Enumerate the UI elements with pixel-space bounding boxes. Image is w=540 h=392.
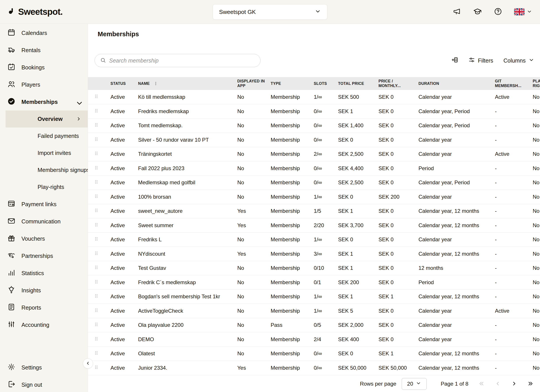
table-row[interactable]: ActiveOlatestNoMembership0/∞SEK 0SEK 1Ca… bbox=[88, 347, 540, 361]
drag-handle-icon[interactable] bbox=[94, 336, 99, 342]
sidebar-subitem-overview[interactable]: Overview bbox=[5, 111, 88, 127]
table-row[interactable]: ActiveSweet summerYesMembership2/20SEK 3… bbox=[88, 218, 540, 233]
drag-handle-icon[interactable] bbox=[94, 236, 99, 242]
sidebar-item-bookings[interactable]: Bookings bbox=[0, 59, 88, 76]
sidebar-item-communication[interactable]: Communication bbox=[0, 213, 88, 230]
table-row[interactable]: ActiveTest GustavNoMembership0/10SEK 1SE… bbox=[88, 261, 540, 275]
chevron-left-icon bbox=[85, 361, 90, 367]
announcements-button[interactable] bbox=[453, 7, 461, 16]
drag-handle-icon[interactable] bbox=[94, 122, 99, 128]
sidebar-item-settings[interactable]: Settings bbox=[0, 359, 88, 376]
drag-handle-icon[interactable] bbox=[94, 151, 99, 156]
sidebar-item-memberships[interactable]: Memberships bbox=[0, 93, 88, 111]
drag-handle-icon[interactable] bbox=[94, 108, 99, 114]
sidebar-item-sign-out[interactable]: Sign out bbox=[0, 376, 88, 392]
language-button[interactable] bbox=[514, 8, 532, 15]
sidebar-item-accounting[interactable]: Accounting bbox=[0, 316, 88, 333]
table-row[interactable]: Active100% brorsanNoMembership1/∞SEK 0SE… bbox=[88, 190, 540, 204]
cell: Active bbox=[106, 247, 135, 261]
first-page-button[interactable] bbox=[478, 380, 485, 387]
last-page-button[interactable] bbox=[527, 380, 534, 387]
sidebar-item-calendars[interactable]: Calendars bbox=[0, 24, 88, 41]
drag-handle-icon[interactable] bbox=[94, 93, 99, 99]
table-row[interactable]: ActiveTomt medlemskap.NoMembership0/∞SEK… bbox=[88, 118, 540, 133]
sidebar-item-label: Insights bbox=[21, 287, 41, 294]
sidebar-item-rentals[interactable]: Rentals bbox=[0, 41, 88, 59]
sidebar-item-statistics[interactable]: Statistics bbox=[0, 265, 88, 282]
table-row[interactable]: ActiveTräningskortetNoMembership2/∞SEK 2… bbox=[88, 147, 540, 161]
drag-handle-icon[interactable] bbox=[94, 265, 99, 270]
cell: sweet_new_autore bbox=[135, 204, 234, 218]
sidebar-subitem-failed-payments[interactable]: Failed payments bbox=[5, 127, 88, 145]
table-row[interactable]: ActiveDEMONoMembership2/4SEK 400SEK 0Cal… bbox=[88, 332, 540, 347]
drag-handle-icon[interactable] bbox=[94, 350, 99, 356]
sidebar-subitem-label: Failed payments bbox=[38, 133, 79, 139]
table-row[interactable]: ActiveNYdiscountYesMembership3/∞SEK 1SEK… bbox=[88, 247, 540, 261]
cell: SEK 0 bbox=[374, 261, 415, 275]
search-input[interactable] bbox=[109, 57, 255, 64]
filters-button[interactable]: Filters bbox=[468, 57, 493, 65]
next-page-button[interactable] bbox=[511, 380, 517, 387]
cell: No bbox=[234, 232, 267, 247]
sidebar-item-label: Settings bbox=[21, 364, 42, 371]
drag-handle-icon[interactable] bbox=[94, 307, 99, 313]
cell: Calendar year bbox=[415, 133, 491, 147]
sidebar-item-players[interactable]: Players bbox=[0, 76, 88, 93]
cell: No bbox=[529, 347, 540, 361]
sidebar-collapse-button[interactable] bbox=[83, 358, 93, 369]
columns-button[interactable]: Columns bbox=[503, 57, 534, 64]
sidebar-item-reports[interactable]: Reports bbox=[0, 299, 88, 316]
table-row[interactable]: ActiveSilver - 50 rundor varav 10 PTNoMe… bbox=[88, 133, 540, 147]
table-row[interactable]: ActiveFall 2022 plus 2023NoMembership0/∞… bbox=[88, 161, 540, 176]
table-row[interactable]: ActiveFredriks LNoMembership1/∞SEK 0SEK … bbox=[88, 232, 540, 247]
drag-handle-icon[interactable] bbox=[94, 250, 99, 256]
cell: SEK 0 bbox=[374, 104, 415, 119]
academy-button[interactable] bbox=[473, 7, 482, 17]
add-to-table-button[interactable] bbox=[451, 56, 458, 65]
drag-handle-icon[interactable] bbox=[94, 364, 99, 370]
sidebar-item-vouchers[interactable]: Vouchers bbox=[0, 230, 88, 247]
table-row[interactable]: ActiveJunior 2334.YesMembership0/∞SEK 50… bbox=[88, 361, 540, 375]
sidebar-item-insights[interactable]: Insights bbox=[0, 282, 88, 299]
club-selector[interactable]: Sweetspot GK bbox=[213, 4, 327, 20]
drag-handle-icon[interactable] bbox=[94, 279, 99, 285]
cell: Calendar year, 12 months bbox=[415, 289, 491, 304]
gift-icon bbox=[7, 234, 15, 243]
col-header-price-monthly: PRICE / MONTHLY... bbox=[374, 77, 415, 90]
column-menu-icon[interactable] bbox=[153, 81, 158, 86]
prev-page-button[interactable] bbox=[495, 380, 501, 387]
cell: SEK 200 bbox=[334, 275, 374, 290]
table-row[interactable]: ActiveMedlemskap med golfbilNoMembership… bbox=[88, 176, 540, 190]
sidebar-subitem-import-invites[interactable]: Import invites bbox=[5, 145, 88, 161]
drag-handle-icon[interactable] bbox=[94, 207, 99, 213]
drag-handle-icon[interactable] bbox=[94, 322, 99, 327]
sidebar-subitem-membership-signups[interactable]: Membership signups bbox=[5, 161, 88, 179]
drag-handle-icon[interactable] bbox=[94, 222, 99, 228]
table-row[interactable]: ActiveKö till medlemsskapNoMembership1/∞… bbox=[88, 90, 540, 104]
drag-handle-icon[interactable] bbox=[94, 179, 99, 185]
cell: SEK 0 bbox=[374, 133, 415, 147]
table-row[interactable]: ActiveFredrik C´s medlemskapNoMembership… bbox=[88, 275, 540, 290]
cell: Calendar year bbox=[415, 90, 491, 104]
cell: SEK 1 bbox=[374, 347, 415, 361]
page-title: Memberships bbox=[98, 30, 540, 38]
sidebar-item-partnerships[interactable]: Partnerships bbox=[0, 247, 88, 265]
sidebar-item-payment-links[interactable]: Payment links bbox=[0, 196, 88, 213]
sidebar-subitem-play-rights[interactable]: Play-rights bbox=[5, 179, 88, 196]
drag-handle-icon[interactable] bbox=[94, 136, 99, 142]
drag-handle-icon[interactable] bbox=[94, 165, 99, 171]
table-row[interactable]: ActiveBogdan's sell membership Test 1krN… bbox=[88, 289, 540, 304]
cell: Membership bbox=[267, 161, 310, 176]
table-row[interactable]: ActiveOla playvalue 2200NoPass0/5SEK 2,0… bbox=[88, 318, 540, 332]
table-row[interactable]: Activesweet_new_autoreYesMembership1/5SE… bbox=[88, 204, 540, 218]
drag-handle-icon[interactable] bbox=[94, 193, 99, 199]
cell: 0/∞ bbox=[310, 104, 334, 119]
table-row[interactable]: ActiveActiveToggleCheckNoMembership1/∞SE… bbox=[88, 304, 540, 318]
cell: Active bbox=[106, 332, 135, 347]
table-row[interactable]: ActiveFredriks medlemskapNoMembership0/∞… bbox=[88, 104, 540, 119]
cell: Calendar year, 12 months bbox=[415, 361, 491, 375]
drag-handle-icon[interactable] bbox=[94, 293, 99, 299]
rows-per-page-select[interactable]: 20 bbox=[402, 378, 427, 390]
help-button[interactable] bbox=[494, 7, 502, 16]
sidebar-item-label: Partnerships bbox=[21, 253, 53, 259]
